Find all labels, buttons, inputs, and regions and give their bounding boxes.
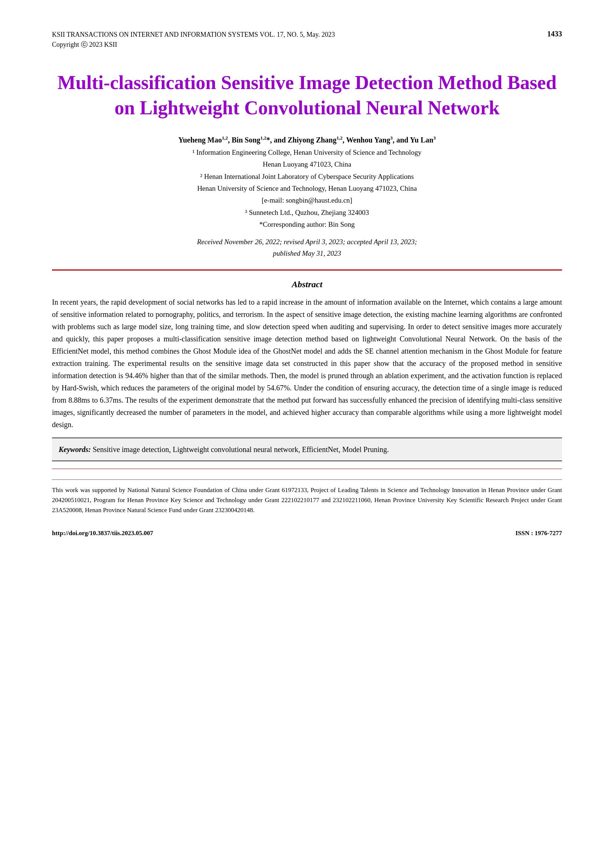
footnote-text: This work was supported by National Natu… xyxy=(52,485,562,515)
affiliation-2: ² Henan International Joint Laboratory o… xyxy=(52,171,562,183)
affiliation-3: ³ Sunnetech Ltd., Quzhou, Zhejiang 32400… xyxy=(52,207,562,219)
affiliation-1b: Henan Luoyang 471023, China xyxy=(52,158,562,170)
footer-issn: ISSN : 1976-7277 xyxy=(515,530,562,537)
received-dates: Received November 26, 2022; revised Apri… xyxy=(52,236,562,259)
authors-section: Yueheng Mao1,2, Bin Song1,2*, and Zhiyon… xyxy=(52,133,562,259)
keywords-label: Keywords: xyxy=(59,445,91,454)
page-number: 1433 xyxy=(547,30,562,38)
email: [e-mail: songbin@haust.edu.cn] xyxy=(52,194,562,206)
affiliation-1: ¹ Information Engineering College, Henan… xyxy=(52,147,562,158)
footer-bar: http://doi.org/10.3837/tiis.2023.05.007 … xyxy=(52,527,562,537)
section-divider-thick xyxy=(52,270,562,271)
title-section: Multi-classification Sensitive Image Det… xyxy=(52,70,562,120)
paper-title: Multi-classification Sensitive Image Det… xyxy=(52,70,562,120)
abstract-section: Abstract In recent years, the rapid deve… xyxy=(52,279,562,431)
footnote-section: This work was supported by National Natu… xyxy=(52,479,562,515)
footer-doi: http://doi.org/10.3837/tiis.2023.05.007 xyxy=(52,530,153,537)
dates-line1: Received November 26, 2022; revised Apri… xyxy=(52,236,562,248)
header-meta: KSII TRANSACTIONS ON INTERNET AND INFORM… xyxy=(52,30,562,50)
keywords-section: Keywords: Sensitive image detection, Lig… xyxy=(52,437,562,461)
page: KSII TRANSACTIONS ON INTERNET AND INFORM… xyxy=(0,0,614,868)
abstract-body: In recent years, the rapid development o… xyxy=(52,296,562,431)
keywords-text: Sensitive image detection, Lightweight c… xyxy=(93,445,389,454)
dates-line2: published May 31, 2023 xyxy=(52,248,562,259)
corresponding-author: *Corresponding author: Bin Song xyxy=(52,219,562,231)
section-divider-thin xyxy=(52,469,562,469)
header-journal-info: KSII TRANSACTIONS ON INTERNET AND INFORM… xyxy=(52,30,335,50)
copyright-line: Copyright ⓒ 2023 KSII xyxy=(52,40,335,50)
affiliation-2b: Henan University of Science and Technolo… xyxy=(52,183,562,194)
journal-title: KSII TRANSACTIONS ON INTERNET AND INFORM… xyxy=(52,30,335,40)
abstract-title: Abstract xyxy=(52,279,562,290)
authors-names: Yueheng Mao1,2, Bin Song1,2*, and Zhiyon… xyxy=(52,133,562,147)
